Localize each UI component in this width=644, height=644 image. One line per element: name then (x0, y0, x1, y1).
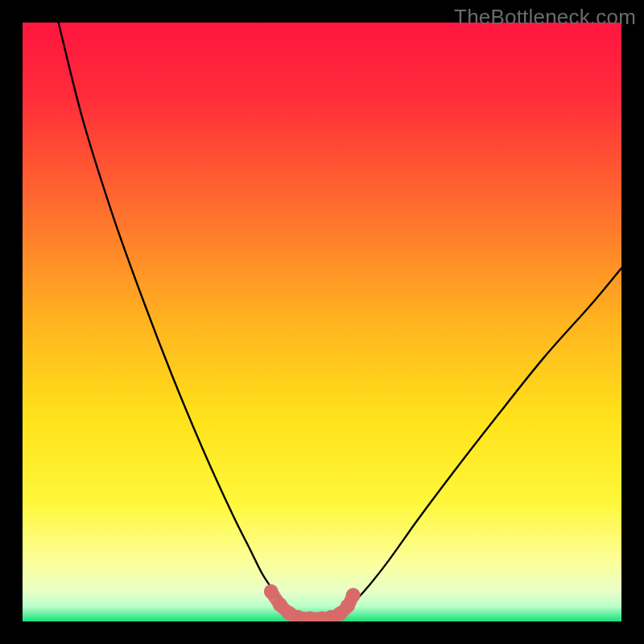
svg-point-9 (346, 588, 361, 602)
chart-svg (23, 23, 621, 621)
chart-frame: TheBottleneck.com (0, 0, 644, 644)
watermark-text: TheBottleneck.com (454, 5, 636, 30)
plot-area (23, 23, 621, 621)
gradient-background (23, 23, 621, 621)
svg-point-0 (264, 584, 279, 599)
